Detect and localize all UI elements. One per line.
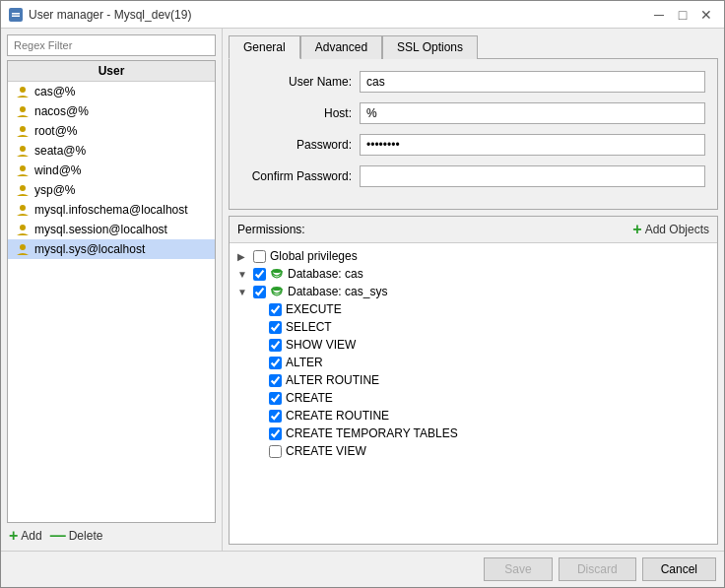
tab-advanced[interactable]: Advanced (300, 35, 382, 59)
svg-point-9 (20, 205, 26, 211)
user-list-item[interactable]: mysql.session@localhost (8, 220, 215, 239)
confirm-password-label: Confirm Password: (241, 169, 360, 183)
user-label: cas@% (34, 85, 76, 98)
permission-checkbox[interactable] (253, 250, 266, 263)
svg-point-3 (20, 87, 26, 93)
svg-rect-2 (12, 15, 20, 17)
user-name-input[interactable] (360, 71, 705, 93)
password-input[interactable] (360, 134, 705, 156)
permissions-items: ▶ Global privileges ▼ Database: cas ▼ (230, 247, 717, 460)
discard-button[interactable]: Discard (559, 557, 636, 581)
user-label: seata@% (34, 144, 86, 158)
expand-icon[interactable]: ▼ (237, 269, 249, 280)
user-list-item[interactable]: wind@% (8, 161, 215, 180)
user-list-item[interactable]: cas@% (8, 82, 215, 101)
permission-item: CREATE TEMPORARY TABLES (230, 425, 717, 442)
tab-ssl-options[interactable]: SSL Options (382, 35, 478, 59)
main-content: User cas@% nacos@% root@% (1, 29, 724, 551)
svg-point-15 (272, 287, 282, 291)
permission-label: EXECUTE (286, 302, 342, 316)
add-objects-button[interactable]: + Add Objects (632, 221, 709, 238)
add-user-button[interactable]: + Add (9, 527, 42, 545)
permission-item: ALTER ROUTINE (230, 371, 717, 389)
permission-checkbox[interactable] (269, 339, 282, 352)
tab-content-general: User Name: Host: Password: Confirm Passw… (229, 58, 718, 210)
user-list-item[interactable]: mysql.sys@localhost (8, 239, 215, 259)
confirm-password-input[interactable] (360, 165, 705, 187)
host-input[interactable] (360, 102, 705, 124)
permission-checkbox[interactable] (269, 427, 282, 440)
permissions-header: Permissions: + Add Objects (230, 217, 717, 243)
permission-label: Global privileges (270, 249, 358, 263)
permission-item: ALTER (230, 354, 717, 371)
regex-filter-input[interactable] (7, 34, 216, 56)
user-icon (16, 104, 30, 118)
user-icon (16, 203, 30, 217)
permission-checkbox[interactable] (269, 410, 282, 423)
db-icon (270, 285, 284, 298)
permission-label: CREATE (286, 391, 333, 405)
permission-label: CREATE VIEW (286, 444, 366, 458)
permission-label: Database: cas_sys (288, 285, 387, 298)
titlebar-controls: ─ □ ✕ (649, 6, 716, 24)
tab-general[interactable]: General (229, 35, 300, 59)
user-icon (16, 242, 30, 256)
permission-checkbox[interactable] (269, 445, 282, 458)
user-list-item[interactable]: nacos@% (8, 101, 215, 121)
user-icon (16, 183, 30, 197)
minimize-button[interactable]: ─ (649, 6, 669, 24)
permission-checkbox[interactable] (269, 392, 282, 405)
permissions-list: ▶ Global privileges ▼ Database: cas ▼ (230, 243, 717, 544)
permissions-label: Permissions: (237, 223, 305, 236)
user-list-container: User cas@% nacos@% root@% (7, 60, 216, 523)
permission-label: ALTER ROUTINE (286, 373, 379, 387)
user-label: mysql.session@localhost (34, 223, 167, 236)
bottom-bar: Save Discard Cancel (1, 551, 724, 587)
user-label: mysql.infoschema@localhost (34, 203, 188, 217)
user-list: cas@% nacos@% root@% seata@% (8, 82, 215, 259)
permission-item: ▼ Database: cas_sys (230, 283, 717, 300)
expand-icon[interactable]: ▼ (237, 287, 249, 297)
permission-checkbox[interactable] (269, 374, 282, 387)
tab-bar: General Advanced SSL Options (229, 34, 718, 58)
user-name-label: User Name: (241, 75, 360, 89)
permission-checkbox[interactable] (269, 357, 282, 369)
delete-label: Delete (69, 529, 103, 543)
confirm-password-row: Confirm Password: (241, 165, 705, 187)
window-title: User manager - Mysql_dev(19) (29, 8, 191, 22)
svg-rect-0 (11, 10, 21, 20)
left-footer: + Add — Delete (7, 523, 216, 545)
permission-label: CREATE ROUTINE (286, 409, 389, 423)
close-button[interactable]: ✕ (696, 6, 716, 24)
permission-label: Database: cas (288, 267, 363, 281)
user-list-item[interactable]: mysql.infoschema@localhost (8, 200, 215, 220)
user-list-item[interactable]: seata@% (8, 141, 215, 161)
svg-point-10 (20, 225, 26, 230)
maximize-button[interactable]: □ (673, 6, 692, 24)
delete-user-button[interactable]: — Delete (50, 527, 103, 545)
titlebar: User manager - Mysql_dev(19) ─ □ ✕ (1, 1, 724, 29)
user-list-item[interactable]: root@% (8, 121, 215, 141)
expand-icon[interactable]: ▶ (237, 251, 249, 262)
add-label: Add (21, 529, 41, 543)
svg-point-5 (20, 126, 26, 132)
permission-checkbox[interactable] (253, 268, 266, 281)
user-label: root@% (34, 124, 78, 138)
db-icon (270, 267, 284, 281)
password-row: Password: (241, 134, 705, 156)
permission-item: SHOW VIEW (230, 336, 717, 354)
user-label: wind@% (34, 163, 82, 177)
svg-point-12 (272, 269, 282, 273)
permission-item: ▶ Global privileges (230, 247, 717, 265)
permission-checkbox[interactable] (269, 303, 282, 316)
user-icon (16, 144, 30, 158)
permission-label: SELECT (286, 320, 332, 334)
svg-rect-1 (12, 13, 20, 15)
permission-checkbox[interactable] (253, 286, 266, 298)
cancel-button[interactable]: Cancel (642, 557, 716, 581)
add-objects-icon: + (632, 221, 641, 238)
permission-checkbox[interactable] (269, 321, 282, 334)
user-list-item[interactable]: ysp@% (8, 180, 215, 200)
permission-item: CREATE (230, 389, 717, 407)
save-button[interactable]: Save (484, 557, 553, 581)
